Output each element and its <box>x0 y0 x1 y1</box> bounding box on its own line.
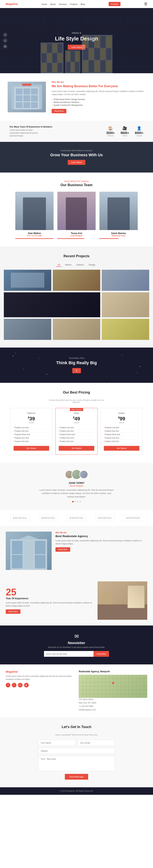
plan-features-silver: Feature one text Feature two text Featur… <box>59 426 94 443</box>
about-tag: Who We Are <box>52 81 145 83</box>
plan-cta-silver[interactable]: Get Started <box>59 446 94 451</box>
project-item-6[interactable] <box>4 319 51 340</box>
project-filters: All Interior Exterior Design <box>4 263 149 267</box>
contact-button[interactable]: Contact <box>109 2 120 6</box>
project-item-2[interactable] <box>53 270 100 291</box>
experience-section: 25 Year Of Experience Lorem ipsum dolor … <box>0 576 153 625</box>
nav-item-services[interactable]: Services <box>59 2 67 6</box>
filter-design[interactable]: Design <box>87 263 97 267</box>
contact-submit-button[interactable]: Send Message <box>65 774 88 780</box>
feature-item: Feature one text <box>59 426 94 429</box>
decorative-dot <box>122 354 122 355</box>
footer-address-col: Realestate Agency, Newyork 📍 123 Street … <box>79 670 147 712</box>
plan-cta-golden[interactable]: Get Started <box>104 446 140 451</box>
newsletter-subscribe-button[interactable]: Subscribe <box>93 651 109 657</box>
filter-exterior[interactable]: Exterior <box>75 263 85 267</box>
about-readmore-button[interactable]: Read More <box>52 109 66 113</box>
dot-1[interactable] <box>72 501 74 502</box>
plan-badge-silver: Most Popular <box>70 408 83 411</box>
experience-readmore-button[interactable]: Read More <box>6 610 21 614</box>
testimonial-section: JOHN TERRY Senior Designer Lorem ipsum d… <box>0 462 153 510</box>
team-tag: Voices Behind The Company <box>6 180 147 182</box>
about-building-visual <box>8 82 46 112</box>
team-role-1: Ceo / Co-Founder <box>15 235 53 237</box>
projects-section: Recent Projects All Interior Exterior De… <box>0 247 153 347</box>
footer-bottom: © 2024 MegaOne. All Rights Reserved. <box>0 787 153 795</box>
newsletter-email-input[interactable] <box>44 651 93 657</box>
filter-all[interactable]: All <box>56 263 62 267</box>
decorative-dot <box>106 376 107 376</box>
team-title: Our Business Team <box>6 183 147 187</box>
project-item-5[interactable] <box>102 292 149 317</box>
footer-top: MegaOne Lorem ipsum dolor sit amet conse… <box>0 664 153 717</box>
contact-title: Let's Get In Touch <box>6 725 147 729</box>
feature-item: Feature four text <box>13 436 49 440</box>
grow-title: Grow Your Business With Us <box>8 153 145 157</box>
clients-number: 9600+ <box>120 131 129 135</box>
nav-item-projects[interactable]: Projects <box>70 2 78 6</box>
hero-building <box>0 39 153 73</box>
project-item-8[interactable] <box>102 319 149 340</box>
contact-name-input[interactable] <box>38 740 76 746</box>
contact-row-2 <box>38 748 115 754</box>
partners-section: envato1 envato2 envato3 envato4 envato5 <box>0 510 153 526</box>
filter-interior[interactable]: Interior <box>64 263 73 267</box>
pricing-title: Our Best Pricing <box>6 391 147 395</box>
testimonial-role: Senior Designer <box>6 485 147 487</box>
facebook-icon[interactable]: f <box>3 33 7 37</box>
hamburger-icon[interactable]: ☰ <box>144 2 147 6</box>
thinkbig-section: ✦ ✦ ✦ Think Better Think Think Big Reall… <box>0 347 153 383</box>
pricing-card-silver: Most Popular Silver $49 /Month Feature o… <box>55 408 98 455</box>
about-features-list: Professional Interior Design Services Mo… <box>52 98 145 106</box>
project-item-1[interactable] <box>4 270 51 291</box>
footer-logo: MegaOne <box>6 670 74 673</box>
plan-price-golden: $99 <box>104 416 140 422</box>
dot-4[interactable] <box>80 501 81 502</box>
dot-3[interactable] <box>77 501 79 502</box>
thinkbig-button[interactable]: ⬇ <box>72 368 81 373</box>
partner-logo-3: envato3 <box>67 515 86 521</box>
feature-item: Feature one text <box>104 426 140 429</box>
project-item-7[interactable] <box>53 319 100 340</box>
plan-per-golden: /Month <box>104 422 140 424</box>
agency-text: Who We Are Best Realestate Agency Lorem … <box>55 532 147 570</box>
feature-item: Feature two text <box>59 429 94 433</box>
nav-item-about[interactable]: About <box>50 2 56 6</box>
footer-facebook-icon[interactable]: f <box>6 683 10 687</box>
grow-section: Comfortable With All Best Connection Gro… <box>0 142 153 173</box>
feature-item: Professional Interior Design Services <box>52 98 145 101</box>
contact-email-input[interactable] <box>77 740 115 746</box>
about-description: Lorem ipsum dolor sit amet, consectetur … <box>52 90 145 96</box>
team-bar-2 <box>58 238 84 239</box>
project-item-4[interactable] <box>4 292 100 317</box>
contact-subject-input[interactable] <box>38 748 115 754</box>
thinkbig-subtitle: Think Better Think <box>8 357 145 359</box>
footer-social-icons: f t in ▶ <box>6 683 74 687</box>
best-agency-section: Who We Are Best Realestate Agency Lorem … <box>0 526 153 576</box>
project-item-3[interactable] <box>102 270 149 291</box>
nav-item-blog[interactable]: Blog <box>80 2 85 6</box>
grow-subtitle: Comfortable With All Best Connection <box>8 150 145 152</box>
team-silhouette <box>66 197 87 230</box>
projects-icon: 🏠 <box>106 126 115 130</box>
contact-message-input[interactable] <box>38 756 115 771</box>
grow-cta-button[interactable]: Learn More <box>68 160 85 165</box>
plan-cta-platinum[interactable]: Get Started <box>13 446 49 451</box>
plan-price-platinum: $39 <box>13 416 49 422</box>
footer-instagram-icon[interactable]: in <box>18 683 23 687</box>
team-silhouette <box>23 197 46 230</box>
newsletter-icon: ✉ <box>8 633 145 640</box>
plan-name-silver: Silver <box>59 412 94 414</box>
team-name-1: Alan Walton <box>15 232 53 235</box>
logo: MegaOne <box>6 2 18 5</box>
pricing-description: Choose the perfect plan for your needs. … <box>48 399 105 403</box>
team-silhouette <box>108 197 130 230</box>
plan-features-platinum: Feature one text Feature two text Featur… <box>13 426 49 443</box>
agency-readmore-button[interactable]: Read More <box>55 547 70 552</box>
nav-item-home[interactable]: Home <box>41 2 47 6</box>
newsletter-section: ✉ Newsletter Subscribe to our newsletter… <box>0 625 153 664</box>
decorative-star: ✦ <box>12 354 14 357</box>
footer-youtube-icon[interactable]: ▶ <box>24 683 29 687</box>
dot-2[interactable] <box>75 501 76 502</box>
footer-twitter-icon[interactable]: t <box>12 683 16 687</box>
